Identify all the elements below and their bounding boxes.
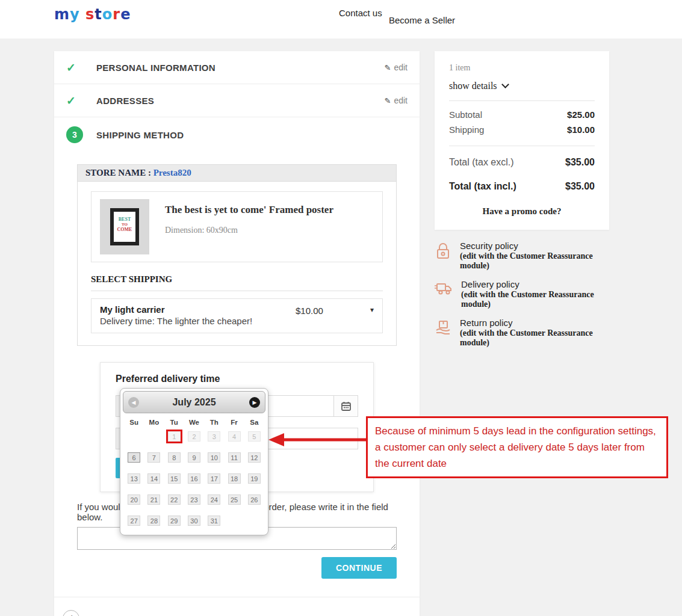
step-addresses-title: ADDRESSES [96,96,154,106]
store-name-link[interactable]: Presta820 [153,168,191,177]
step-number-badge: 3 [66,126,83,143]
store-name-label: STORE NAME : [85,168,151,177]
site-header: my store Contact us Become a Seller [0,0,682,38]
calendar-day-23[interactable]: 23 [188,494,200,505]
calendar-day-10[interactable]: 10 [208,452,220,463]
prev-month-button[interactable]: ◀ [128,397,139,408]
calendar-day-24[interactable]: 24 [208,494,220,505]
datepicker-popup: ◀ July 2025 ▶ SuMoTuWeThFrSa 12345678910… [120,388,268,535]
calendar-day-25[interactable]: 25 [228,494,241,505]
carrier-option[interactable]: My light carrier Delivery time: The ligh… [91,298,383,333]
total-excl-row: Total (tax excl.) $35.00 [449,157,595,168]
poster-word: BEST [114,217,135,222]
check-icon: ✓ [66,94,83,108]
show-details-label: show details [449,81,497,91]
cart-summary-card: 1 item show details Subtotal $25.00 Ship… [435,51,609,230]
calendar-day-26[interactable]: 26 [248,494,261,505]
weekday-label: Fr [224,419,244,426]
select-shipping-heading: SELECT SHIPPING [91,272,383,291]
next-month-button[interactable]: ▶ [249,397,260,408]
continue-button[interactable]: CONTINUE [321,557,397,579]
policy-subtitle: (edit with the Customer Reassurance modu… [460,328,609,348]
policy-title: Return policy [460,318,609,328]
weekday-label: We [184,419,204,426]
calendar-day-22[interactable]: 22 [168,494,181,505]
calendar-day-28[interactable]: 28 [147,516,160,526]
calendar-day-7[interactable]: 7 [147,452,160,463]
weekday-label: Th [204,419,224,426]
calendar-day-21[interactable]: 21 [147,494,160,505]
logo-letter: o [102,6,113,23]
continue-row: CONTINUE [77,557,397,579]
logo-letter [80,6,85,23]
checkout-page: my store Contact us Become a Seller ✓ PE… [0,0,682,616]
annotation-note: Because of minimum 5 days lead in the co… [366,416,668,478]
reassurance-block: Security policy (edit with the Customer … [435,241,609,348]
contact-us-link[interactable]: Contact us [339,8,382,18]
calendar-day-17[interactable]: 17 [208,473,220,484]
calendar-day-1: 1 [168,431,181,442]
calendar-icon-button[interactable] [334,395,358,417]
datepicker-header: ◀ July 2025 ▶ [123,391,265,413]
calendar-day-11[interactable]: 11 [228,452,241,463]
calendar-day-15[interactable]: 15 [168,473,181,484]
become-seller-link[interactable]: Become a Seller [389,15,455,25]
calendar-day-20[interactable]: 20 [128,494,140,505]
weekday-label: Tu [164,419,184,426]
step-payment: 4 PAYMENT [54,600,420,616]
calendar-day-16[interactable]: 16 [188,473,200,484]
return-box-icon [435,319,451,336]
calendar-day-12[interactable]: 12 [248,452,261,463]
logo-letter: t [95,6,102,23]
logo-letter: m [54,6,70,23]
calendar-day-14[interactable]: 14 [147,473,160,484]
calendar-day-13[interactable]: 13 [128,473,140,484]
poster-word: COME [114,227,135,232]
shipping-label: Shipping [449,125,484,135]
total-incl-value: $35.00 [565,181,595,192]
poster-frame: BEST TO COME [110,208,139,245]
product-details: The best is yet to come' Framed poster D… [165,199,333,254]
total-excl-label: Total (tax excl.) [449,157,514,168]
calendar-day-8[interactable]: 8 [168,452,181,463]
shipping-value: $10.00 [567,125,595,135]
weekday-label: Su [124,419,144,426]
return-policy-item: Return policy (edit with the Customer Re… [435,318,609,348]
calendar-day-31[interactable]: 31 [208,516,220,526]
carrier-delay: Delivery time: The lighter the cheaper! [100,316,296,326]
store-name-header: STORE NAME : Presta820 [78,165,396,182]
calendar-day-29[interactable]: 29 [168,516,181,526]
calendar-day-19[interactable]: 19 [248,473,261,484]
annotation-arrow [267,431,370,448]
step-number-badge: 4 [63,610,79,616]
security-policy-item: Security policy (edit with the Customer … [435,241,609,271]
edit-addresses-button[interactable]: ✎ edit [385,96,408,105]
policy-subtitle: (edit with the Customer Reassurance modu… [461,290,609,309]
subtotal-label: Subtotal [449,109,482,120]
calendar-day-30[interactable]: 30 [188,516,200,526]
store-logo[interactable]: my store [54,6,131,23]
chevron-down-icon[interactable]: ▾ [370,304,374,326]
edit-label: edit [394,63,408,72]
logo-letter: e [120,6,131,23]
calendar-day-27[interactable]: 27 [128,516,140,526]
calendar-day-18[interactable]: 18 [228,473,241,484]
product-row: BEST TO COME The best is yet to come' Fr… [91,191,383,262]
divider [449,146,595,146]
show-details-toggle[interactable]: show details [449,81,595,91]
calendar-day-9[interactable]: 9 [188,452,200,463]
total-excl-value: $35.00 [565,157,595,168]
policy-title: Security policy [460,241,609,251]
divider [54,597,420,597]
total-incl-row: Total (tax incl.) $35.00 [449,181,595,192]
carrier-price: $10.00 [296,304,323,326]
subtotal-value: $25.00 [567,109,595,120]
check-icon: ✓ [66,61,83,75]
total-incl-label: Total (tax incl.) [449,181,516,192]
product-title: The best is yet to come' Framed poster [165,204,333,216]
promo-code-link[interactable]: Have a promo code? [449,206,595,217]
step-shipping-title: SHIPPING METHOD [96,130,184,140]
chevron-down-icon [501,81,509,88]
edit-personal-button[interactable]: ✎ edit [385,63,408,72]
calendar-day-6[interactable]: 6 [128,452,140,463]
